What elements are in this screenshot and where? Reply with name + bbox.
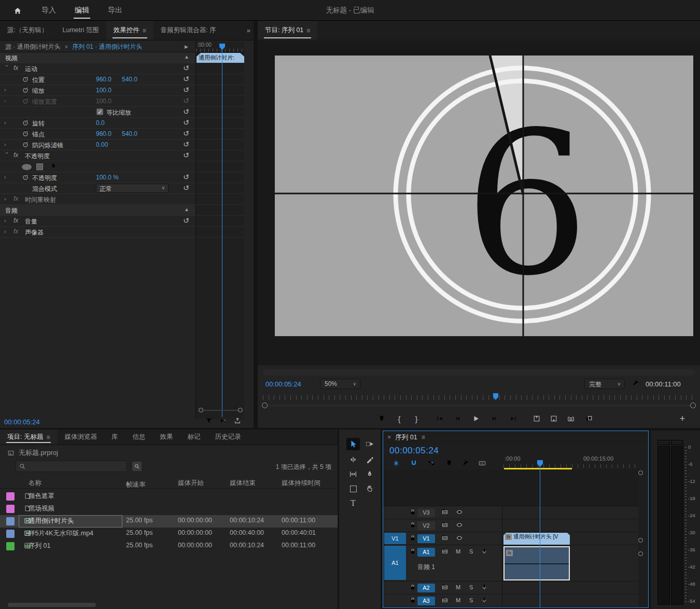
sync-lock-icon[interactable]: [441, 597, 449, 606]
section-video[interactable]: 视频▲: [0, 52, 195, 63]
sync-lock-icon[interactable]: [441, 548, 449, 557]
stopwatch-icon[interactable]: [22, 130, 29, 139]
effect-time-remap[interactable]: › fx 时间重映射: [0, 194, 195, 205]
nest-toggle-icon[interactable]: [393, 460, 403, 469]
source-patch-v1[interactable]: V1: [384, 533, 406, 544]
sync-lock-icon[interactable]: [441, 534, 449, 544]
effect-controls-timecode[interactable]: 00:00:05:24: [4, 418, 40, 426]
step-forward-button[interactable]: [488, 413, 500, 424]
col-media-duration[interactable]: 媒体持续时间: [282, 479, 320, 488]
tab-project[interactable]: 项目: 无标题≡: [0, 430, 57, 445]
lock-icon[interactable]: [409, 597, 416, 606]
label-swatch[interactable]: [6, 542, 15, 550]
opacity-value[interactable]: 100.0 %: [96, 174, 119, 181]
col-media-end[interactable]: 媒体结束: [230, 479, 256, 488]
lock-icon[interactable]: [409, 508, 416, 518]
mic-icon[interactable]: [481, 584, 488, 593]
add-marker-button[interactable]: [376, 413, 387, 424]
track-v2[interactable]: V2: [383, 519, 638, 532]
reset-icon[interactable]: ↺: [183, 64, 189, 72]
scroll-handle[interactable]: [638, 551, 643, 556]
lock-icon[interactable]: [409, 521, 416, 531]
comparison-view-button[interactable]: [583, 413, 595, 424]
label-swatch[interactable]: [6, 492, 15, 501]
reset-icon[interactable]: ↺: [183, 184, 189, 192]
program-scrollbar[interactable]: [262, 402, 696, 409]
anchor-x-value[interactable]: 960.0: [96, 130, 111, 137]
track-a3[interactable]: A3 M S: [383, 594, 638, 607]
horizontal-scrollbar[interactable]: [8, 603, 96, 607]
twirl-icon[interactable]: ›: [4, 217, 10, 224]
tab-lumetri-scopes[interactable]: Lumetri 范围: [55, 21, 106, 40]
go-to-in-button[interactable]: [434, 413, 445, 424]
nav-export[interactable]: 导出: [99, 0, 132, 21]
reset-icon[interactable]: ↺: [183, 118, 189, 127]
twirl-icon[interactable]: ›: [4, 87, 10, 93]
collapse-icon[interactable]: ▲: [184, 54, 189, 60]
panel-menu-icon[interactable]: ≡: [306, 27, 310, 34]
table-row[interactable]: 黑场视频: [0, 503, 338, 515]
solo-button[interactable]: S: [469, 584, 473, 590]
table-row[interactable]: 颜色遮罩: [0, 490, 338, 503]
effect-motion[interactable]: ›fx 运动 ↺: [0, 63, 195, 74]
playback-resolution-select[interactable]: 完整∨: [584, 379, 625, 389]
panel-menu-icon[interactable]: ≡: [46, 434, 50, 441]
nav-import[interactable]: 导入: [32, 0, 65, 21]
stopwatch-icon[interactable]: [22, 86, 29, 95]
find-icon[interactable]: [132, 462, 142, 471]
tab-media-browser[interactable]: 媒体浏览器: [57, 430, 104, 445]
twirl-icon[interactable]: ›: [4, 141, 10, 147]
pen-mask-icon[interactable]: [50, 162, 57, 171]
razor-tool[interactable]: [363, 453, 376, 466]
lift-button[interactable]: [531, 413, 542, 424]
blend-mode-select[interactable]: 正常∨: [96, 184, 169, 193]
timeline-settings-wrench-icon[interactable]: [462, 460, 472, 469]
solo-button[interactable]: S: [469, 548, 473, 555]
collapse-icon[interactable]: ▲: [184, 206, 189, 212]
effect-controls-timeline[interactable]: :00:00 通用倒计时片:: [195, 41, 244, 419]
twirl-icon[interactable]: ›: [4, 119, 10, 126]
project-file-row[interactable]: 无标题.prproj: [7, 448, 58, 458]
section-audio[interactable]: 音频▲: [0, 205, 195, 216]
param-anchor[interactable]: 锚点 960.0 540.0 ↺: [0, 129, 195, 140]
uniform-scale-checkbox[interactable]: ✓: [96, 108, 103, 115]
export-frame-button[interactable]: [565, 413, 577, 424]
close-icon[interactable]: ×: [387, 434, 391, 441]
position-y-value[interactable]: 540.0: [122, 76, 137, 83]
track-v3[interactable]: V3: [383, 506, 638, 519]
rect-mask-icon[interactable]: [36, 163, 43, 170]
play-button[interactable]: [470, 413, 482, 424]
param-antiflicker[interactable]: › 防闪烁滤镜 0.00 ↺: [0, 140, 195, 150]
twirl-icon[interactable]: ›: [4, 174, 10, 180]
track-target-a2[interactable]: A2: [417, 584, 435, 592]
twirl-icon[interactable]: ›: [4, 196, 10, 202]
reset-icon[interactable]: ↺: [183, 75, 189, 83]
label-swatch[interactable]: [6, 505, 15, 513]
antiflicker-value[interactable]: 0.00: [96, 141, 108, 148]
mark-in-button[interactable]: {: [394, 413, 405, 424]
chevron-down-icon[interactable]: ∨: [65, 44, 68, 49]
search-box[interactable]: [16, 461, 127, 472]
mute-button[interactable]: M: [456, 597, 460, 603]
rectangle-tool[interactable]: [346, 482, 360, 495]
timeline-timecode[interactable]: 00:00:05:24: [389, 446, 439, 456]
home-icon[interactable]: [13, 6, 22, 15]
ellipse-mask-icon[interactable]: [22, 164, 32, 170]
program-timecode[interactable]: 00:00:05:24: [265, 380, 301, 388]
col-media-start[interactable]: 媒体开始: [178, 479, 204, 488]
countdown-frame[interactable]: 6: [275, 56, 693, 336]
search-input[interactable]: [29, 462, 124, 471]
param-opacity[interactable]: › 不透明度 100.0 % ↺: [0, 172, 195, 183]
table-row[interactable]: 样5片4K无水印版.mp4 25.00 fps 00:00:00:00 00:0…: [0, 528, 338, 540]
scroll-left-handle[interactable]: [262, 403, 268, 408]
effect-timeline-clip-bar[interactable]: 通用倒计时片:: [197, 53, 244, 63]
table-row[interactable]: 序列 01 25.00 fps 00:00:00:00 00:00:10:24 …: [0, 540, 338, 552]
track-target-a1[interactable]: A1: [417, 548, 435, 557]
reset-icon[interactable]: ↺: [183, 107, 189, 116]
source-patch-a1[interactable]: A1: [384, 546, 406, 580]
anchor-y-value[interactable]: 540.0: [122, 130, 137, 137]
snap-magnet-icon[interactable]: [410, 460, 421, 469]
stopwatch-icon[interactable]: [22, 173, 29, 182]
table-row-selected[interactable]: 通用倒计时片头 25.00 fps 00:00:00:00 00:00:10:2…: [0, 515, 338, 528]
button-editor-plus[interactable]: +: [677, 413, 688, 424]
